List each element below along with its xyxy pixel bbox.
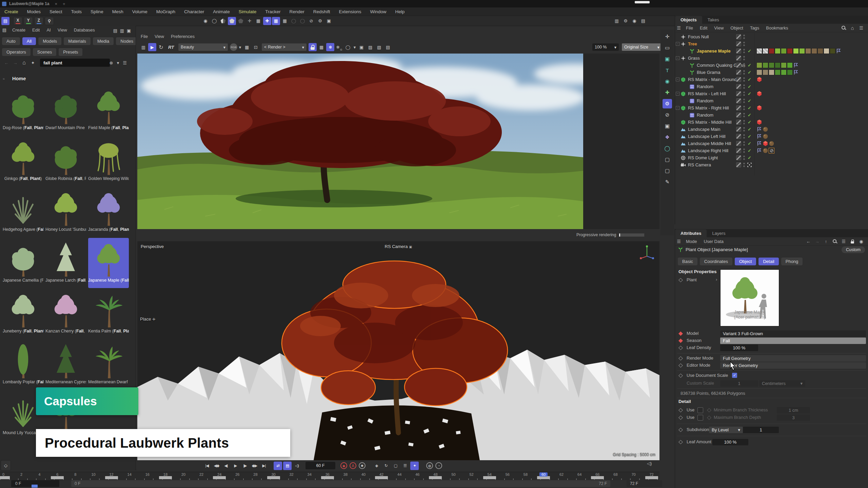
- prev-frame-icon[interactable]: ◀|: [222, 462, 230, 470]
- leaf-amount-input[interactable]: 100 %: [712, 439, 748, 445]
- region-icon[interactable]: ▨: [366, 43, 374, 51]
- visibility-dots[interactable]: [743, 70, 745, 75]
- current-frame-field[interactable]: 60 F: [305, 462, 335, 469]
- object-row[interactable]: –RS Matrix - Left Hill✓: [675, 90, 868, 97]
- rs-tag-icon[interactable]: [763, 141, 768, 146]
- rgb-channel-icon[interactable]: RGB: [230, 43, 237, 51]
- jump-end-icon[interactable]: ▶|: [260, 462, 268, 470]
- asset-thumbnail[interactable]: [90, 340, 127, 379]
- focus-icon[interactable]: ▣: [357, 43, 366, 51]
- asset-thumbnail[interactable]: [90, 188, 127, 226]
- visibility-dots[interactable]: [743, 134, 745, 139]
- axis-lock-y[interactable]: Y: [24, 17, 33, 25]
- hamburger-icon[interactable]: ☰: [675, 237, 682, 245]
- ruler-tick[interactable]: 72: [649, 472, 653, 476]
- layer-chip-icon[interactable]: [736, 48, 741, 54]
- forward-arrow-icon[interactable]: →: [11, 59, 19, 67]
- keyframe-marker[interactable]: [267, 476, 280, 479]
- layer-chip-icon[interactable]: [736, 105, 741, 110]
- text-tool[interactable]: T: [663, 65, 672, 75]
- asset-item[interactable]: Kentia Palm (Fall, Plant): [88, 289, 129, 339]
- keyframe-marker[interactable]: [645, 476, 658, 479]
- object-label[interactable]: Landscape Right Hill: [688, 148, 728, 153]
- plant-preview-thumbnail[interactable]: Japanese Maple (Acer palmatum): [720, 269, 779, 326]
- enabled-check-icon[interactable]: ✓: [748, 70, 751, 75]
- ab-menu-databases[interactable]: Databases: [71, 27, 98, 33]
- flag-tag-icon[interactable]: [793, 62, 799, 68]
- tab-takes[interactable]: Takes: [702, 16, 725, 24]
- object-label[interactable]: Landscape Middle Hill: [688, 141, 731, 146]
- ruler-tick[interactable]: 64: [577, 472, 581, 476]
- close-tab-icon[interactable]: ×: [55, 1, 57, 6]
- ruler-tick[interactable]: 54: [488, 472, 492, 476]
- visibility-dots[interactable]: [743, 99, 745, 103]
- asset-thumbnail[interactable]: [47, 289, 85, 328]
- parent-up-icon[interactable]: ↑: [822, 237, 830, 245]
- menu-render[interactable]: Render: [285, 9, 309, 14]
- axis-lock-z[interactable]: Z: [34, 17, 43, 25]
- object-row[interactable]: –Tree: [675, 40, 868, 47]
- camera-box-tool[interactable]: ▢: [663, 166, 672, 176]
- layout-switch[interactable]: ▤: [639, 17, 647, 25]
- model-keyframe-diamond[interactable]: [678, 331, 683, 336]
- flag-tag-icon[interactable]: [756, 134, 762, 139]
- asset-item[interactable]: Globe Robinia (Fall, Pl...: [45, 136, 86, 186]
- ruler-tick[interactable]: 38: [343, 472, 348, 476]
- open-window-icon[interactable]: ▣: [126, 26, 132, 35]
- ruler-tick[interactable]: 42: [379, 472, 383, 476]
- layer-chip-icon[interactable]: [736, 56, 741, 61]
- enabled-check-icon[interactable]: ✓: [748, 84, 751, 89]
- layer-chip-icon[interactable]: [736, 120, 741, 125]
- render-mode-select[interactable]: Full Geometry: [720, 355, 866, 362]
- loop-icon[interactable]: ⇄: [274, 462, 282, 470]
- animation-settings-icon[interactable]: ◔: [435, 462, 442, 469]
- enabled-check-icon[interactable]: ✓: [748, 155, 751, 160]
- view-options-icon[interactable]: ☰: [122, 59, 128, 67]
- visibility-dots[interactable]: [743, 120, 745, 124]
- object-row[interactable]: Focus Null: [675, 33, 868, 40]
- ruler-tick[interactable]: 16: [145, 472, 150, 476]
- material-swatch[interactable]: [775, 69, 781, 75]
- generator-gear-tool[interactable]: ⚙: [663, 99, 672, 108]
- freeze-icon[interactable]: ❄: [326, 43, 334, 51]
- tab-models[interactable]: Models: [38, 37, 61, 45]
- layer-chip-icon[interactable]: [736, 84, 741, 89]
- om-menu-file[interactable]: File: [683, 25, 696, 30]
- tab-layers[interactable]: Layers: [707, 229, 731, 237]
- layer-chip-icon[interactable]: [736, 162, 741, 167]
- tab-media[interactable]: Media: [93, 37, 114, 45]
- asset-thumbnail[interactable]: [4, 239, 42, 277]
- keyframe-marker[interactable]: [483, 476, 496, 479]
- object-row[interactable]: RS Camera: [675, 161, 868, 168]
- material-swatch[interactable]: [830, 48, 835, 54]
- mat-tag-icon[interactable]: [769, 141, 774, 146]
- menu-window[interactable]: Window: [366, 9, 391, 14]
- material-swatch[interactable]: [756, 62, 762, 68]
- key-pla-icon[interactable]: ✦: [410, 462, 419, 470]
- render-mode-select[interactable]: Beauty▾: [178, 43, 228, 51]
- history-forward-icon[interactable]: →: [813, 237, 821, 245]
- render-view[interactable]: ▥: [613, 17, 621, 25]
- ab-menu-view[interactable]: View: [54, 27, 71, 33]
- ab-menu-ai[interactable]: AI: [43, 27, 54, 33]
- deformer-tool[interactable]: ⊘: [663, 110, 672, 120]
- layer-chip-icon[interactable]: [736, 91, 741, 96]
- tab-objects[interactable]: Objects: [675, 16, 702, 24]
- asset-item[interactable]: Field Maple (Fall, Plant): [88, 85, 129, 136]
- enabled-check-icon[interactable]: ✓: [748, 77, 751, 82]
- enabled-check-icon[interactable]: ✓: [748, 127, 751, 132]
- render-mode-diamond[interactable]: [678, 356, 683, 361]
- ruler-tick[interactable]: 22: [199, 472, 203, 476]
- dither-icon[interactable]: ▦: [243, 43, 251, 51]
- object-row[interactable]: Landscape Right Hill✓: [675, 147, 868, 154]
- layer-chip-icon[interactable]: [736, 113, 741, 118]
- asset-thumbnail[interactable]: [4, 86, 42, 125]
- asset-item[interactable]: Kanzan Cherry (Fall, Pl...: [45, 289, 86, 339]
- motion-mode-icon[interactable]: ◍: [426, 462, 433, 469]
- enabled-check-icon[interactable]: ✓: [748, 148, 751, 153]
- asset-thumbnail[interactable]: [47, 86, 85, 125]
- visibility-dots[interactable]: [743, 106, 745, 110]
- enabled-check-icon[interactable]: ✓: [748, 91, 751, 96]
- ruler-tick[interactable]: 14: [127, 472, 132, 476]
- layout-toggle-icon[interactable]: ▤: [1, 17, 9, 25]
